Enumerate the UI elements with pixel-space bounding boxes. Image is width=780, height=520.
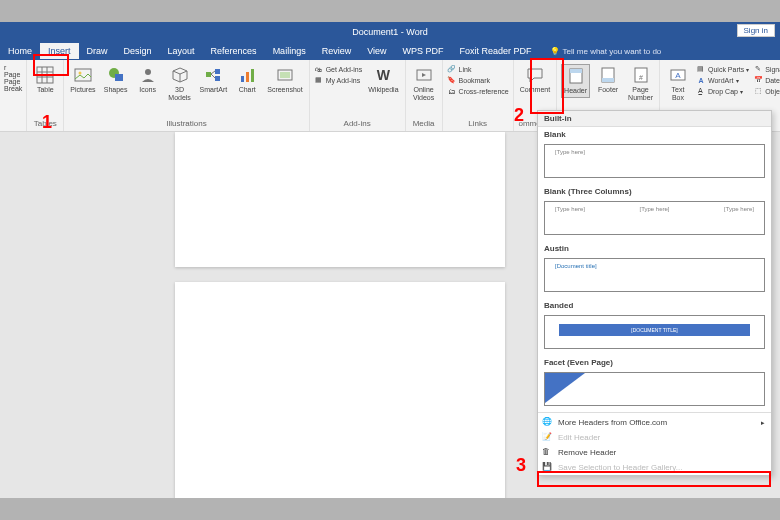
cross-ref-button[interactable]: 🗂Cross-reference (447, 86, 509, 96)
preview-austin[interactable]: [Document title] (544, 258, 765, 292)
tab-layout[interactable]: Layout (160, 43, 203, 59)
document-page-1[interactable] (175, 132, 505, 267)
signature-icon: ✎ (753, 64, 763, 74)
ribbon-tabs: Home Insert Draw Design Layout Reference… (0, 42, 780, 60)
screenshot-button[interactable]: Screenshot (265, 64, 304, 96)
wikipedia-button[interactable]: WWikipedia (366, 64, 400, 96)
crossref-icon: 🗂 (447, 86, 457, 96)
datetime-icon: 📅 (753, 75, 763, 85)
link-button[interactable]: 🔗Link (447, 64, 509, 74)
titlebar: Document1 - Word Sign in (0, 22, 780, 42)
tab-mailings[interactable]: Mailings (265, 43, 314, 59)
tab-foxit[interactable]: Foxit Reader PDF (452, 43, 540, 59)
bookmark-button[interactable]: 🔖Bookmark (447, 75, 509, 85)
svg-rect-8 (115, 74, 123, 81)
section-banded: Banded (538, 298, 771, 313)
my-addins[interactable]: ▦My Add-ins (314, 75, 363, 85)
signature-line[interactable]: ✎Signature Line▾ (753, 64, 780, 74)
chart-button[interactable]: Chart (233, 64, 261, 96)
dropcap-icon: A̲ (696, 86, 706, 96)
get-addins[interactable]: 🛍Get Add-ins (314, 64, 363, 74)
preview-three[interactable]: [Type here][Type here][Type here] (544, 201, 765, 235)
quickparts-icon: ▤ (696, 64, 706, 74)
3dmodels-button[interactable]: 3D Models (166, 64, 194, 103)
drop-cap[interactable]: A̲Drop Cap▾ (696, 86, 749, 96)
bookmark-icon: 🔖 (447, 75, 457, 85)
facet-triangle (545, 373, 585, 403)
section-austin: Austin (538, 241, 771, 256)
quick-parts[interactable]: ▤Quick Parts▾ (696, 64, 749, 74)
store-icon: 🛍 (314, 64, 324, 74)
preview-blank[interactable]: [Type here] (544, 144, 765, 178)
document-page-2[interactable] (175, 282, 505, 498)
svg-text:A: A (675, 71, 681, 80)
tab-insert[interactable]: Insert (40, 43, 79, 59)
header-icon (567, 67, 585, 85)
chart-icon (238, 66, 256, 84)
tab-draw[interactable]: Draw (79, 43, 116, 59)
annotation-3: 3 (516, 455, 526, 476)
svg-rect-19 (251, 69, 254, 82)
more-headers[interactable]: 🌐More Headers from Office.com▸ (538, 415, 771, 430)
blank-page[interactable]: Page (4, 78, 20, 85)
pictures-icon (74, 66, 92, 84)
footer-button[interactable]: Footer (594, 64, 622, 96)
svg-rect-25 (570, 69, 582, 73)
cube-icon (171, 66, 189, 84)
smartart-button[interactable]: SmartArt (198, 64, 230, 96)
annotation-1: 1 (42, 112, 52, 133)
remove-header[interactable]: 🗑Remove Header (538, 445, 771, 460)
cover-page[interactable]: r Page (4, 64, 22, 78)
link-icon: 🔗 (447, 64, 457, 74)
svg-text:#: # (639, 74, 643, 81)
tab-wpspdf[interactable]: WPS PDF (395, 43, 452, 59)
section-facet: Facet (Even Page) (538, 355, 771, 370)
page-break[interactable]: Break (4, 85, 22, 92)
svg-rect-13 (215, 69, 220, 74)
chevron-right-icon: ▸ (761, 419, 765, 427)
online-video-button[interactable]: Online Videos (410, 64, 438, 103)
svg-marker-23 (422, 73, 426, 77)
table-button[interactable]: Table (31, 64, 59, 96)
shapes-button[interactable]: Shapes (102, 64, 130, 96)
edit-header[interactable]: 📝Edit Header (538, 430, 771, 445)
svg-rect-21 (280, 72, 290, 78)
preview-banded[interactable]: [DOCUMENT TITLE] (544, 315, 765, 349)
object-icon: ⬚ (753, 86, 763, 96)
preview-facet[interactable] (544, 372, 765, 406)
wikipedia-icon: W (374, 66, 392, 84)
page-number-button[interactable]: #Page Number (626, 64, 655, 103)
tab-design[interactable]: Design (116, 43, 160, 59)
office-icon: 🌐 (542, 417, 553, 428)
table-icon (36, 66, 54, 84)
header-button[interactable]: Header (561, 64, 590, 98)
icons-icon (139, 66, 157, 84)
date-time[interactable]: 📅Date & Time (753, 75, 780, 85)
signin-button[interactable]: Sign in (737, 24, 775, 37)
svg-rect-17 (241, 76, 244, 82)
tell-me[interactable]: 💡 Tell me what you want to do (550, 47, 662, 56)
tab-home[interactable]: Home (0, 43, 40, 59)
comment-button[interactable]: Comment (518, 64, 552, 96)
object[interactable]: ⬚Object▾ (753, 86, 780, 96)
remove-icon: 🗑 (542, 447, 553, 458)
section-three: Blank (Three Columns) (538, 184, 771, 199)
svg-line-16 (211, 74, 215, 78)
tab-view[interactable]: View (359, 43, 394, 59)
comment-icon (526, 66, 544, 84)
pictures-button[interactable]: Pictures (68, 64, 97, 96)
svg-rect-14 (215, 76, 220, 81)
wordart[interactable]: AWordArt▾ (696, 75, 749, 85)
tab-review[interactable]: Review (314, 43, 360, 59)
save-icon: 💾 (542, 462, 553, 473)
svg-rect-18 (246, 72, 249, 82)
save-selection[interactable]: 💾Save Selection to Header Gallery... (538, 460, 771, 475)
svg-point-6 (78, 72, 81, 75)
wordart-icon: A (696, 75, 706, 85)
svg-point-9 (145, 69, 151, 75)
tab-references[interactable]: References (203, 43, 265, 59)
dropdown-head: Built-in (538, 111, 771, 127)
bulb-icon: 💡 (550, 47, 560, 56)
icons-button[interactable]: Icons (134, 64, 162, 96)
textbox-button[interactable]: AText Box (664, 64, 692, 103)
